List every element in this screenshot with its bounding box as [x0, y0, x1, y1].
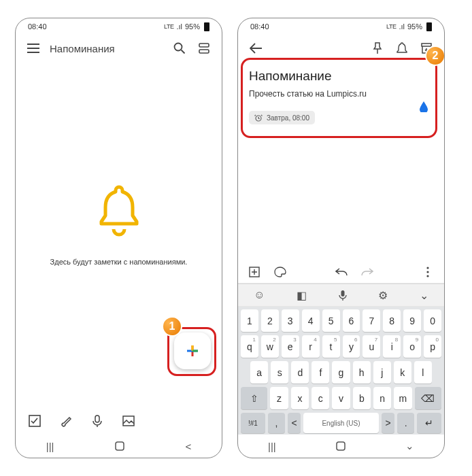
back-arrow-icon[interactable] [248, 40, 264, 56]
svg-point-12 [426, 275, 428, 277]
sticker-icon[interactable]: ◧ [297, 289, 307, 302]
status-bar: 08:40 LTE .ıl 95% [16, 18, 222, 35]
key-8[interactable]: 8 [383, 309, 401, 332]
key-3[interactable]: 3 [282, 309, 299, 332]
key-7[interactable]: 7 [363, 309, 380, 332]
svg-point-11 [426, 271, 428, 273]
svg-point-10 [426, 267, 428, 269]
hamburger-icon[interactable] [25, 40, 41, 56]
key-s[interactable]: s [271, 361, 288, 384]
key-1[interactable]: 1 [241, 309, 258, 332]
key-i[interactable]: i8 [383, 335, 401, 358]
key-m[interactable]: m [394, 387, 411, 409]
system-nav: ||| ⌄ [238, 435, 444, 458]
key-r[interactable]: r4 [302, 335, 320, 358]
emoji-icon[interactable]: ☺ [254, 289, 265, 301]
phone-right: 08:40 LTE .ıl 95% Напоминание Прочесть с… [237, 18, 445, 458]
lang-right-key[interactable]: > [382, 413, 394, 433]
key-n[interactable]: n [373, 387, 391, 409]
svg-rect-5 [123, 416, 134, 426]
recent-apps-button[interactable]: ||| [268, 441, 276, 452]
key-c[interactable]: c [311, 387, 329, 409]
signal-icon: .ıl [176, 22, 182, 31]
home-button[interactable] [115, 441, 124, 451]
key-h[interactable]: h [353, 361, 371, 384]
battery-icon [204, 22, 209, 31]
enter-key[interactable]: ↵ [417, 413, 441, 433]
symbols-key[interactable]: !#1 [241, 413, 265, 433]
svg-rect-13 [341, 290, 344, 296]
key-q[interactable]: q1 [241, 335, 258, 358]
svg-rect-4 [95, 415, 99, 422]
key-6[interactable]: 6 [343, 309, 360, 332]
lang-left-key[interactable]: < [288, 413, 301, 433]
svg-point-0 [175, 44, 182, 51]
more-icon[interactable] [420, 264, 436, 280]
keyboard-hide-button[interactable]: ⌄ [405, 440, 414, 452]
system-nav: ||| < [16, 435, 222, 458]
key-j[interactable]: j [373, 361, 391, 384]
key-l[interactable]: l [414, 361, 432, 384]
dot-key[interactable]: . [397, 413, 414, 433]
key-p[interactable]: p0 [424, 335, 441, 358]
space-key[interactable]: English (US) [303, 413, 379, 433]
empty-state-text: Здесь будут заметки с напоминаниями. [50, 258, 188, 266]
voice-input-icon[interactable] [339, 290, 347, 301]
key-4[interactable]: 4 [302, 309, 320, 332]
bottom-toolbar [16, 407, 222, 435]
settings-icon[interactable]: ⚙ [378, 289, 388, 302]
key-x[interactable]: x [291, 387, 309, 409]
checklist-icon[interactable] [27, 413, 43, 429]
key-b[interactable]: b [353, 387, 371, 409]
back-button[interactable]: < [185, 441, 191, 452]
svg-rect-6 [116, 442, 124, 450]
key-y[interactable]: y6 [343, 335, 360, 358]
search-icon[interactable] [171, 40, 188, 56]
svg-rect-7 [422, 44, 431, 46]
pin-icon[interactable] [369, 40, 386, 56]
backspace-key[interactable]: ⌫ [415, 387, 441, 409]
layout-icon[interactable] [196, 40, 212, 56]
key-o[interactable]: o9 [403, 335, 421, 358]
kb-row-1: 1234567890 [241, 309, 441, 332]
kb-row-4: ⇧ zxcvbnm ⌫ [241, 387, 441, 409]
key-2[interactable]: 2 [261, 309, 279, 332]
key-v[interactable]: v [332, 387, 350, 409]
kb-row-2: q1w2e3r4t5y6u7i8o9p0 [241, 335, 441, 358]
home-button[interactable] [336, 441, 345, 451]
reminder-bell-icon[interactable] [394, 40, 410, 56]
key-5[interactable]: 5 [322, 309, 340, 332]
brush-icon[interactable] [58, 413, 74, 429]
expand-icon[interactable]: ⌄ [420, 289, 428, 302]
highlight-2 [241, 58, 437, 138]
key-0[interactable]: 0 [424, 309, 441, 332]
image-icon[interactable] [120, 413, 137, 429]
comma-key[interactable]: , [268, 413, 285, 433]
redo-icon[interactable] [359, 264, 375, 280]
keyboard-suggestions: ☺ ◧ ⚙ ⌄ [238, 284, 444, 307]
key-e[interactable]: e3 [282, 335, 299, 358]
network-icon: LTE [386, 23, 396, 30]
key-a[interactable]: a [250, 361, 268, 384]
mic-icon[interactable] [89, 413, 105, 429]
key-u[interactable]: u7 [363, 335, 380, 358]
kb-row-5: !#1 , < English (US) > . ↵ [241, 413, 441, 433]
battery-percent: 95% [407, 22, 422, 31]
shift-key[interactable]: ⇧ [241, 387, 267, 409]
content-area: Здесь будут заметки с напоминаниями. 1 [16, 62, 222, 407]
key-z[interactable]: z [270, 387, 288, 409]
keyboard: 1234567890 q1w2e3r4t5y6u7i8o9p0 asdfghjk… [238, 307, 444, 435]
palette-icon[interactable] [272, 264, 288, 280]
clock: 08:40 [28, 22, 47, 31]
key-k[interactable]: k [394, 361, 411, 384]
page-title: Напоминания [50, 43, 163, 54]
key-9[interactable]: 9 [403, 309, 421, 332]
key-g[interactable]: g [332, 361, 350, 384]
key-d[interactable]: d [291, 361, 309, 384]
undo-icon[interactable] [333, 264, 350, 280]
key-w[interactable]: w2 [261, 335, 279, 358]
key-f[interactable]: f [311, 361, 329, 384]
key-t[interactable]: t5 [322, 335, 340, 358]
add-box-icon[interactable] [246, 264, 263, 280]
recent-apps-button[interactable]: ||| [46, 441, 54, 452]
